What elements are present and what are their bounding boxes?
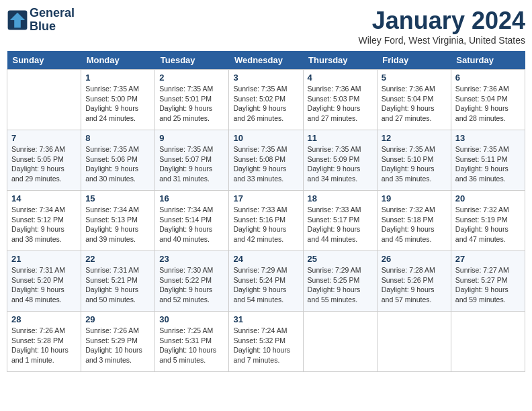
day-info: Sunrise: 7:29 AM Sunset: 5:25 PM Dayligh… <box>308 265 373 305</box>
day-info: Sunrise: 7:29 AM Sunset: 5:24 PM Dayligh… <box>233 265 298 305</box>
day-info: Sunrise: 7:34 AM Sunset: 5:13 PM Dayligh… <box>85 205 150 244</box>
calendar-header-cell: Saturday <box>451 51 525 70</box>
day-number: 22 <box>85 254 150 264</box>
day-info: Sunrise: 7:24 AM Sunset: 5:32 PM Dayligh… <box>233 326 298 365</box>
calendar-day-cell: 19Sunrise: 7:32 AM Sunset: 5:18 PM Dayli… <box>377 191 451 251</box>
day-number: 21 <box>11 254 77 264</box>
calendar-day-cell: 5Sunrise: 7:36 AM Sunset: 5:04 PM Daylig… <box>377 70 451 130</box>
day-info: Sunrise: 7:35 AM Sunset: 5:08 PM Dayligh… <box>233 144 298 184</box>
calendar-day-cell: 24Sunrise: 7:29 AM Sunset: 5:24 PM Dayli… <box>229 251 303 312</box>
day-number: 29 <box>85 314 150 324</box>
day-number: 31 <box>233 314 298 324</box>
day-number: 26 <box>382 254 447 264</box>
calendar-day-cell: 10Sunrise: 7:35 AM Sunset: 5:08 PM Dayli… <box>229 130 303 191</box>
day-info: Sunrise: 7:35 AM Sunset: 5:10 PM Dayligh… <box>382 144 447 184</box>
calendar-day-cell <box>451 312 525 372</box>
day-info: Sunrise: 7:35 AM Sunset: 5:06 PM Dayligh… <box>85 144 150 184</box>
calendar-day-cell: 26Sunrise: 7:28 AM Sunset: 5:26 PM Dayli… <box>377 251 451 312</box>
calendar-week-row: 21Sunrise: 7:31 AM Sunset: 5:20 PM Dayli… <box>7 251 525 312</box>
day-info: Sunrise: 7:30 AM Sunset: 5:22 PM Dayligh… <box>159 265 224 305</box>
calendar-day-cell: 29Sunrise: 7:26 AM Sunset: 5:29 PM Dayli… <box>81 312 155 372</box>
calendar-week-row: 1Sunrise: 7:35 AM Sunset: 5:00 PM Daylig… <box>7 70 525 130</box>
day-info: Sunrise: 7:33 AM Sunset: 5:17 PM Dayligh… <box>308 205 373 244</box>
day-number: 15 <box>85 193 150 203</box>
calendar-day-cell: 20Sunrise: 7:32 AM Sunset: 5:19 PM Dayli… <box>451 191 525 251</box>
calendar-day-cell: 27Sunrise: 7:27 AM Sunset: 5:27 PM Dayli… <box>451 251 525 312</box>
day-info: Sunrise: 7:35 AM Sunset: 5:02 PM Dayligh… <box>233 84 298 124</box>
day-number: 28 <box>11 314 77 324</box>
day-number: 24 <box>233 254 298 264</box>
day-number: 10 <box>233 133 298 143</box>
calendar-day-cell <box>377 312 451 372</box>
day-number: 13 <box>455 133 521 143</box>
day-number: 17 <box>233 193 298 203</box>
day-info: Sunrise: 7:36 AM Sunset: 5:05 PM Dayligh… <box>11 144 77 184</box>
calendar-week-row: 28Sunrise: 7:26 AM Sunset: 5:28 PM Dayli… <box>7 312 525 372</box>
page-header: General Blue January 2024 Wiley Ford, We… <box>7 7 525 46</box>
month-title: January 2024 <box>359 7 525 35</box>
calendar-day-cell <box>7 70 81 130</box>
day-number: 23 <box>159 254 224 264</box>
calendar-day-cell: 13Sunrise: 7:35 AM Sunset: 5:11 PM Dayli… <box>451 130 525 191</box>
day-info: Sunrise: 7:36 AM Sunset: 5:03 PM Dayligh… <box>308 84 373 124</box>
calendar-week-row: 7Sunrise: 7:36 AM Sunset: 5:05 PM Daylig… <box>7 130 525 191</box>
calendar-day-cell: 12Sunrise: 7:35 AM Sunset: 5:10 PM Dayli… <box>377 130 451 191</box>
title-block: January 2024 Wiley Ford, West Virginia, … <box>359 7 525 46</box>
day-number: 12 <box>382 133 447 143</box>
calendar-table: SundayMondayTuesdayWednesdayThursdayFrid… <box>7 51 525 372</box>
day-number: 30 <box>159 314 224 324</box>
location: Wiley Ford, West Virginia, United States <box>359 35 525 46</box>
day-info: Sunrise: 7:36 AM Sunset: 5:04 PM Dayligh… <box>382 84 447 124</box>
day-number: 7 <box>11 133 77 143</box>
calendar-day-cell: 7Sunrise: 7:36 AM Sunset: 5:05 PM Daylig… <box>7 130 81 191</box>
calendar-day-cell <box>303 312 377 372</box>
day-info: Sunrise: 7:31 AM Sunset: 5:21 PM Dayligh… <box>85 265 150 305</box>
logo-icon <box>7 9 28 31</box>
day-info: Sunrise: 7:32 AM Sunset: 5:19 PM Dayligh… <box>455 205 521 244</box>
day-number: 11 <box>308 133 373 143</box>
calendar-day-cell: 31Sunrise: 7:24 AM Sunset: 5:32 PM Dayli… <box>229 312 303 372</box>
day-info: Sunrise: 7:27 AM Sunset: 5:27 PM Dayligh… <box>455 265 521 305</box>
calendar-day-cell: 23Sunrise: 7:30 AM Sunset: 5:22 PM Dayli… <box>155 251 229 312</box>
day-number: 9 <box>159 133 224 143</box>
calendar-day-cell: 8Sunrise: 7:35 AM Sunset: 5:06 PM Daylig… <box>81 130 155 191</box>
calendar-day-cell: 17Sunrise: 7:33 AM Sunset: 5:16 PM Dayli… <box>229 191 303 251</box>
day-number: 20 <box>455 193 521 203</box>
calendar-week-row: 14Sunrise: 7:34 AM Sunset: 5:12 PM Dayli… <box>7 191 525 251</box>
day-number: 16 <box>159 193 224 203</box>
day-number: 6 <box>455 73 521 83</box>
calendar-header-row: SundayMondayTuesdayWednesdayThursdayFrid… <box>7 51 525 70</box>
calendar-day-cell: 18Sunrise: 7:33 AM Sunset: 5:17 PM Dayli… <box>303 191 377 251</box>
day-number: 14 <box>11 193 77 203</box>
calendar-day-cell: 6Sunrise: 7:36 AM Sunset: 5:04 PM Daylig… <box>451 70 525 130</box>
calendar-header-cell: Sunday <box>7 51 81 70</box>
day-info: Sunrise: 7:32 AM Sunset: 5:18 PM Dayligh… <box>382 205 447 244</box>
day-info: Sunrise: 7:26 AM Sunset: 5:28 PM Dayligh… <box>11 326 77 365</box>
day-number: 4 <box>308 73 373 83</box>
calendar-day-cell: 11Sunrise: 7:35 AM Sunset: 5:09 PM Dayli… <box>303 130 377 191</box>
day-info: Sunrise: 7:35 AM Sunset: 5:01 PM Dayligh… <box>159 84 224 124</box>
day-number: 2 <box>159 73 224 83</box>
day-number: 25 <box>308 254 373 264</box>
day-info: Sunrise: 7:35 AM Sunset: 5:07 PM Dayligh… <box>159 144 224 184</box>
day-info: Sunrise: 7:34 AM Sunset: 5:14 PM Dayligh… <box>159 205 224 244</box>
calendar-day-cell: 16Sunrise: 7:34 AM Sunset: 5:14 PM Dayli… <box>155 191 229 251</box>
logo-text: General Blue <box>30 7 75 34</box>
day-info: Sunrise: 7:26 AM Sunset: 5:29 PM Dayligh… <box>85 326 150 365</box>
calendar-header-cell: Tuesday <box>155 51 229 70</box>
calendar-day-cell: 25Sunrise: 7:29 AM Sunset: 5:25 PM Dayli… <box>303 251 377 312</box>
calendar-day-cell: 4Sunrise: 7:36 AM Sunset: 5:03 PM Daylig… <box>303 70 377 130</box>
calendar-header-cell: Friday <box>377 51 451 70</box>
calendar-header-cell: Thursday <box>303 51 377 70</box>
day-info: Sunrise: 7:35 AM Sunset: 5:00 PM Dayligh… <box>85 84 150 124</box>
day-info: Sunrise: 7:25 AM Sunset: 5:31 PM Dayligh… <box>159 326 224 365</box>
calendar-day-cell: 9Sunrise: 7:35 AM Sunset: 5:07 PM Daylig… <box>155 130 229 191</box>
day-info: Sunrise: 7:28 AM Sunset: 5:26 PM Dayligh… <box>382 265 447 305</box>
day-info: Sunrise: 7:31 AM Sunset: 5:20 PM Dayligh… <box>11 265 77 305</box>
calendar-day-cell: 15Sunrise: 7:34 AM Sunset: 5:13 PM Dayli… <box>81 191 155 251</box>
calendar-day-cell: 2Sunrise: 7:35 AM Sunset: 5:01 PM Daylig… <box>155 70 229 130</box>
day-info: Sunrise: 7:33 AM Sunset: 5:16 PM Dayligh… <box>233 205 298 244</box>
calendar-day-cell: 28Sunrise: 7:26 AM Sunset: 5:28 PM Dayli… <box>7 312 81 372</box>
day-number: 18 <box>308 193 373 203</box>
calendar-day-cell: 21Sunrise: 7:31 AM Sunset: 5:20 PM Dayli… <box>7 251 81 312</box>
